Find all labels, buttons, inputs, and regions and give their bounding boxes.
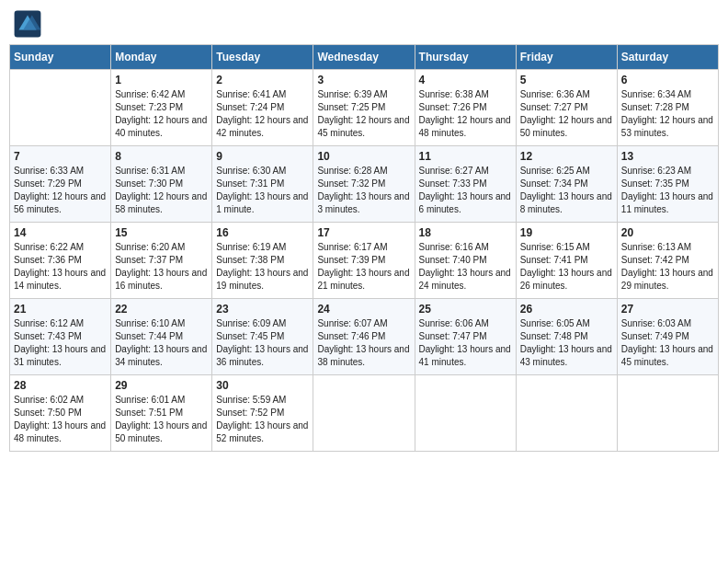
calendar-cell: 27 Sunrise: 6:03 AMSunset: 7:49 PMDaylig…: [617, 299, 718, 375]
day-number: 27: [621, 303, 714, 316]
day-info: Sunrise: 6:19 AMSunset: 7:38 PMDaylight:…: [216, 241, 309, 293]
calendar-cell: 10 Sunrise: 6:28 AMSunset: 7:32 PMDaylig…: [313, 146, 415, 223]
day-number: 17: [317, 226, 410, 239]
day-number: 1: [115, 74, 208, 86]
day-info: Sunrise: 6:09 AMSunset: 7:45 PMDaylight:…: [216, 317, 309, 369]
day-number: 23: [216, 303, 309, 316]
weekday-header-tuesday: Tuesday: [212, 45, 313, 70]
day-number: 30: [216, 379, 309, 392]
calendar-cell: 25 Sunrise: 6:06 AMSunset: 7:47 PMDaylig…: [415, 299, 516, 375]
day-number: 3: [317, 74, 410, 86]
day-info: Sunrise: 6:17 AMSunset: 7:39 PMDaylight:…: [317, 241, 410, 293]
day-number: 19: [520, 226, 613, 239]
calendar-cell: [415, 375, 516, 452]
day-info: Sunrise: 6:06 AMSunset: 7:47 PMDaylight:…: [419, 317, 512, 369]
day-info: Sunrise: 6:38 AMSunset: 7:26 PMDaylight:…: [419, 88, 512, 140]
day-number: 4: [419, 74, 512, 86]
day-info: Sunrise: 6:20 AMSunset: 7:37 PMDaylight:…: [115, 241, 208, 293]
day-info: Sunrise: 5:59 AMSunset: 7:52 PMDaylight:…: [216, 394, 309, 445]
calendar-cell: 11 Sunrise: 6:27 AMSunset: 7:33 PMDaylig…: [415, 146, 516, 223]
day-info: Sunrise: 6:33 AMSunset: 7:29 PMDaylight:…: [14, 165, 107, 216]
logo-icon: [13, 9, 42, 39]
day-info: Sunrise: 6:02 AMSunset: 7:50 PMDaylight:…: [14, 394, 107, 445]
calendar-cell: 12 Sunrise: 6:25 AMSunset: 7:34 PMDaylig…: [516, 146, 617, 223]
calendar-cell: 22 Sunrise: 6:10 AMSunset: 7:44 PMDaylig…: [111, 299, 212, 375]
day-info: Sunrise: 6:15 AMSunset: 7:41 PMDaylight:…: [520, 241, 613, 293]
calendar-cell: [10, 70, 111, 146]
calendar-table: SundayMondayTuesdayWednesdayThursdayFrid…: [9, 44, 719, 452]
page-header: [9, 9, 719, 39]
day-info: Sunrise: 6:41 AMSunset: 7:24 PMDaylight:…: [216, 88, 309, 140]
day-number: 28: [14, 379, 107, 392]
day-info: Sunrise: 6:16 AMSunset: 7:40 PMDaylight:…: [419, 241, 512, 293]
day-number: 5: [520, 74, 613, 86]
calendar-cell: 1 Sunrise: 6:42 AMSunset: 7:23 PMDayligh…: [111, 70, 212, 146]
day-info: Sunrise: 6:31 AMSunset: 7:30 PMDaylight:…: [115, 165, 208, 216]
day-number: 11: [419, 150, 512, 163]
calendar-cell: [617, 375, 718, 452]
day-number: 12: [520, 150, 613, 163]
weekday-header-saturday: Saturday: [617, 45, 718, 70]
day-number: 21: [14, 303, 107, 316]
day-number: 26: [520, 303, 613, 316]
day-info: Sunrise: 6:23 AMSunset: 7:35 PMDaylight:…: [621, 165, 714, 216]
day-number: 24: [317, 303, 410, 316]
calendar-cell: 16 Sunrise: 6:19 AMSunset: 7:38 PMDaylig…: [212, 223, 313, 299]
day-info: Sunrise: 6:05 AMSunset: 7:48 PMDaylight:…: [520, 317, 613, 369]
day-number: 13: [621, 150, 714, 163]
day-number: 29: [115, 379, 208, 392]
day-info: Sunrise: 6:27 AMSunset: 7:33 PMDaylight:…: [419, 165, 512, 216]
day-number: 22: [115, 303, 208, 316]
day-number: 16: [216, 226, 309, 239]
calendar-cell: 29 Sunrise: 6:01 AMSunset: 7:51 PMDaylig…: [111, 375, 212, 452]
calendar-cell: 4 Sunrise: 6:38 AMSunset: 7:26 PMDayligh…: [415, 70, 516, 146]
calendar-cell: 14 Sunrise: 6:22 AMSunset: 7:36 PMDaylig…: [10, 223, 111, 299]
day-info: Sunrise: 6:12 AMSunset: 7:43 PMDaylight:…: [14, 317, 107, 369]
calendar-cell: 7 Sunrise: 6:33 AMSunset: 7:29 PMDayligh…: [10, 146, 111, 223]
calendar-cell: 13 Sunrise: 6:23 AMSunset: 7:35 PMDaylig…: [617, 146, 718, 223]
calendar-cell: 24 Sunrise: 6:07 AMSunset: 7:46 PMDaylig…: [313, 299, 415, 375]
day-number: 2: [216, 74, 309, 86]
calendar-cell: 18 Sunrise: 6:16 AMSunset: 7:40 PMDaylig…: [415, 223, 516, 299]
calendar-cell: [313, 375, 415, 452]
weekday-header-sunday: Sunday: [10, 45, 111, 70]
day-number: 8: [115, 150, 208, 163]
day-info: Sunrise: 6:30 AMSunset: 7:31 PMDaylight:…: [216, 165, 309, 216]
calendar-cell: 2 Sunrise: 6:41 AMSunset: 7:24 PMDayligh…: [212, 70, 313, 146]
calendar-cell: 23 Sunrise: 6:09 AMSunset: 7:45 PMDaylig…: [212, 299, 313, 375]
day-number: 20: [621, 226, 714, 239]
day-info: Sunrise: 6:42 AMSunset: 7:23 PMDaylight:…: [115, 88, 208, 140]
calendar-cell: 6 Sunrise: 6:34 AMSunset: 7:28 PMDayligh…: [617, 70, 718, 146]
calendar-cell: 5 Sunrise: 6:36 AMSunset: 7:27 PMDayligh…: [516, 70, 617, 146]
calendar-cell: 3 Sunrise: 6:39 AMSunset: 7:25 PMDayligh…: [313, 70, 415, 146]
calendar-cell: 28 Sunrise: 6:02 AMSunset: 7:50 PMDaylig…: [10, 375, 111, 452]
calendar-cell: 15 Sunrise: 6:20 AMSunset: 7:37 PMDaylig…: [111, 223, 212, 299]
day-info: Sunrise: 6:03 AMSunset: 7:49 PMDaylight:…: [621, 317, 714, 369]
calendar-cell: 19 Sunrise: 6:15 AMSunset: 7:41 PMDaylig…: [516, 223, 617, 299]
day-number: 9: [216, 150, 309, 163]
day-info: Sunrise: 6:28 AMSunset: 7:32 PMDaylight:…: [317, 165, 410, 216]
calendar-cell: 30 Sunrise: 5:59 AMSunset: 7:52 PMDaylig…: [212, 375, 313, 452]
day-info: Sunrise: 6:39 AMSunset: 7:25 PMDaylight:…: [317, 88, 410, 140]
day-number: 18: [419, 226, 512, 239]
day-info: Sunrise: 6:22 AMSunset: 7:36 PMDaylight:…: [14, 241, 107, 293]
day-number: 15: [115, 226, 208, 239]
day-info: Sunrise: 6:25 AMSunset: 7:34 PMDaylight:…: [520, 165, 613, 216]
logo: [13, 9, 46, 39]
calendar-cell: 20 Sunrise: 6:13 AMSunset: 7:42 PMDaylig…: [617, 223, 718, 299]
calendar-cell: 9 Sunrise: 6:30 AMSunset: 7:31 PMDayligh…: [212, 146, 313, 223]
day-info: Sunrise: 6:10 AMSunset: 7:44 PMDaylight:…: [115, 317, 208, 369]
calendar-cell: 17 Sunrise: 6:17 AMSunset: 7:39 PMDaylig…: [313, 223, 415, 299]
weekday-header-friday: Friday: [516, 45, 617, 70]
day-number: 14: [14, 226, 107, 239]
day-info: Sunrise: 6:13 AMSunset: 7:42 PMDaylight:…: [621, 241, 714, 293]
weekday-header-thursday: Thursday: [415, 45, 516, 70]
calendar-cell: 21 Sunrise: 6:12 AMSunset: 7:43 PMDaylig…: [10, 299, 111, 375]
day-info: Sunrise: 6:07 AMSunset: 7:46 PMDaylight:…: [317, 317, 410, 369]
day-info: Sunrise: 6:34 AMSunset: 7:28 PMDaylight:…: [621, 88, 714, 140]
day-number: 6: [621, 74, 714, 86]
calendar-cell: 8 Sunrise: 6:31 AMSunset: 7:30 PMDayligh…: [111, 146, 212, 223]
calendar-cell: 26 Sunrise: 6:05 AMSunset: 7:48 PMDaylig…: [516, 299, 617, 375]
weekday-header-monday: Monday: [111, 45, 212, 70]
calendar-cell: [516, 375, 617, 452]
